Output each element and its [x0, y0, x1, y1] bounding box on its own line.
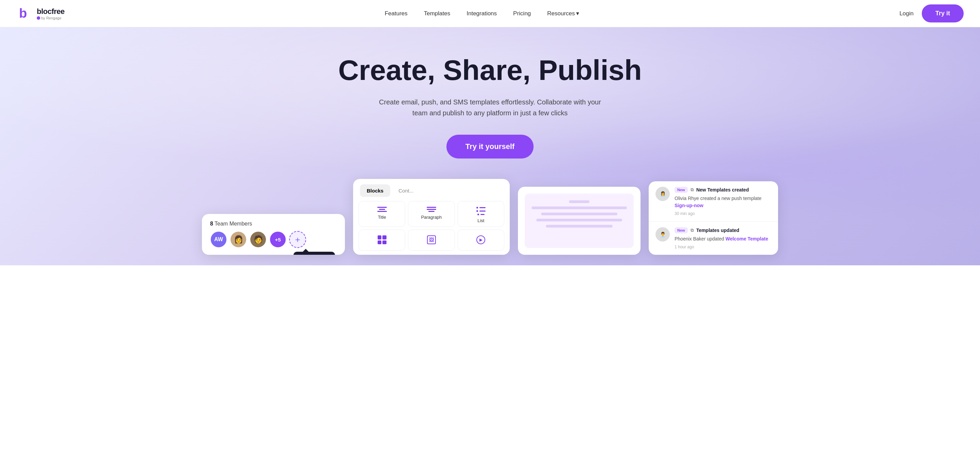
try-it-button[interactable]: Try it	[922, 5, 964, 22]
hero-section: Create, Share, Publish Create email, pus…	[0, 27, 980, 265]
notif-content-2: New ⧉ Templates updated Phoenix Baker up…	[675, 227, 771, 249]
nav-actions: Login Try it	[899, 5, 964, 22]
block-paragraph-label: Paragraph	[421, 215, 442, 220]
notif-content-1: New ⧉ New Templates created Olivia Rhye …	[675, 187, 771, 216]
preview-line-2	[531, 206, 627, 209]
notif-header-2: New ⧉ Templates updated	[675, 227, 771, 233]
logo-icon: b	[16, 5, 34, 22]
notif-link-1[interactable]: Sign-up-now	[675, 203, 703, 208]
plus-icon: ＋	[294, 234, 302, 245]
notification-1: 👩‍💼 New ⧉ New Templates created Olivia R…	[649, 181, 778, 222]
svg-text:b: b	[19, 6, 27, 21]
nav-integrations[interactable]: Integrations	[466, 10, 497, 17]
notif-body-2: Phoenix Baker updated Welcome Template	[675, 235, 771, 243]
blocks-tab-blocks[interactable]: Blocks	[360, 184, 390, 197]
team-members-card: 8 Team Members AW 👩 🧑 +5 ＋ Add member	[202, 214, 345, 255]
notif-title-1: New Templates created	[696, 187, 749, 193]
notif-body-1: Olivia Rhye created a new push template …	[675, 195, 771, 209]
avatar-aw: AW	[210, 231, 227, 248]
block-paragraph[interactable]: Paragraph	[408, 201, 455, 227]
block-grid[interactable]	[359, 230, 405, 251]
team-count: 8	[210, 221, 213, 227]
image-icon: 🖼	[427, 235, 436, 244]
nav-resources-label: Resources	[547, 10, 575, 17]
block-title[interactable]: Title	[359, 201, 405, 227]
preview-content	[525, 193, 634, 248]
copy-icon-2: ⧉	[690, 228, 694, 233]
notif-badge-2: New	[675, 227, 688, 233]
nav-links: Features Templates Integrations Pricing …	[385, 10, 579, 17]
rengage-icon	[37, 16, 40, 20]
try-it-yourself-button[interactable]: Try it yourself	[446, 135, 534, 159]
preview-line-4	[536, 219, 622, 222]
block-video[interactable]: ▶	[458, 230, 504, 251]
preview-line-5	[546, 225, 612, 228]
notif-time-2: 1 hour ago	[675, 244, 771, 249]
copy-icon-1: ⧉	[690, 187, 694, 193]
logo-link[interactable]: b blocfree by Rengage	[16, 5, 65, 22]
notif-link-2[interactable]: Welcome Template	[725, 236, 768, 241]
avatar-face-2: 🧑	[250, 231, 266, 247]
title-icon	[377, 207, 387, 212]
blocks-card: Blocks Cont... Title	[353, 179, 510, 255]
preview-card	[518, 187, 641, 255]
chevron-down-icon: ▾	[576, 10, 579, 17]
preview-card-wrap	[518, 187, 641, 255]
blocks-tab-cont[interactable]: Cont...	[391, 184, 420, 197]
block-list-label: List	[477, 218, 484, 223]
preview-line-1	[569, 200, 589, 203]
notification-2: 👨‍💼 New ⧉ Templates updated Phoenix Bake…	[649, 222, 778, 255]
grid-icon	[378, 235, 387, 244]
notif-title-2: Templates updated	[696, 228, 740, 233]
avatar-more: +5	[269, 231, 286, 248]
preview-line-3	[541, 212, 617, 215]
hero-title: Create, Share, Publish	[338, 54, 642, 86]
logo-name: blocfree	[37, 7, 65, 16]
team-avatars: AW 👩 🧑 +5 ＋ Add member	[202, 231, 345, 255]
add-member-button[interactable]: ＋ Add member	[289, 231, 306, 248]
notif-badge-1: New	[675, 187, 688, 193]
avatar-photo-2: 🧑	[250, 231, 267, 248]
nav-templates[interactable]: Templates	[424, 10, 450, 17]
list-icon	[476, 207, 485, 215]
svg-point-2	[37, 16, 40, 20]
nav-resources[interactable]: Resources ▾	[547, 10, 579, 17]
block-image[interactable]: 🖼	[408, 230, 455, 251]
blocks-tabs: Blocks Cont...	[353, 179, 510, 197]
nav-pricing[interactable]: Pricing	[513, 10, 531, 17]
notif-time-1: 30 min ago	[675, 211, 771, 216]
hero-subtitle: Create email, push, and SMS templates ef…	[374, 97, 606, 118]
notifications-card: 👩‍💼 New ⧉ New Templates created Olivia R…	[649, 181, 778, 255]
navbar: b blocfree by Rengage Features Templates…	[0, 0, 980, 27]
avatar-photo-1: 👩	[230, 231, 247, 248]
logo-sub: by Rengage	[37, 16, 65, 20]
block-list[interactable]: List	[458, 201, 504, 227]
paragraph-icon	[427, 207, 436, 212]
blocks-grid: Title Paragraph	[353, 197, 510, 255]
add-member-tooltip: Add member	[294, 252, 335, 255]
login-link[interactable]: Login	[899, 10, 913, 17]
notif-avatar-phoenix: 👨‍💼	[655, 227, 670, 241]
avatar-face-1: 👩	[231, 231, 246, 247]
video-icon: ▶	[476, 235, 485, 244]
block-title-label: Title	[378, 215, 386, 220]
notif-header-1: New ⧉ New Templates created	[675, 187, 771, 193]
hero-cards: 8 Team Members AW 👩 🧑 +5 ＋ Add member	[16, 179, 964, 255]
team-header: 8 Team Members	[202, 214, 345, 231]
team-label: Team Members	[215, 221, 252, 227]
nav-features[interactable]: Features	[385, 10, 407, 17]
notif-avatar-olivia: 👩‍💼	[655, 187, 670, 201]
